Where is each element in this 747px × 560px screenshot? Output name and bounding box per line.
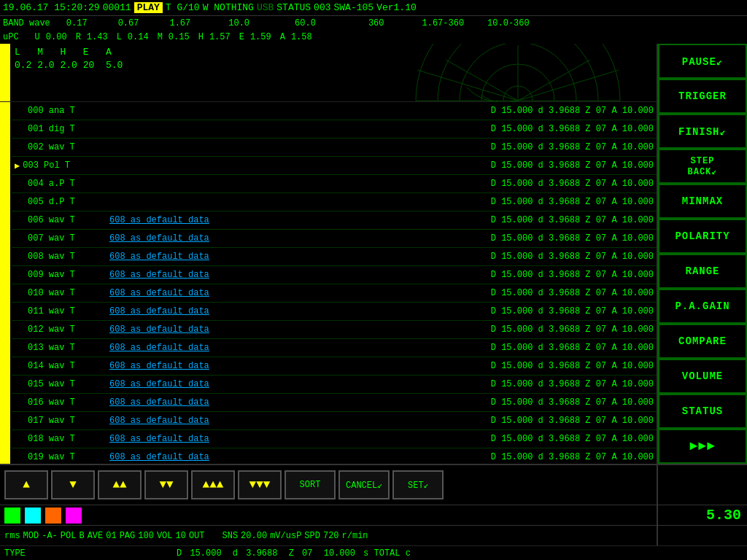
- track-params: D 15.000 d 3.9688 Z 07 A 10.000: [491, 179, 654, 189]
- track-row[interactable]: 009 wav T608 as default dataD 15.000 d 3…: [12, 266, 657, 284]
- track-label: 010 wav T: [28, 288, 75, 298]
- track-yellow-bar: [0, 102, 10, 464]
- lmhea-values: 0.2 2.0 2.0 20 5.0: [15, 60, 123, 71]
- track-params: D 15.000 d 3.9688 Z 07 A 10.000: [491, 197, 654, 207]
- header-tg: T G/10: [166, 2, 200, 13]
- track-extra: 608 as default data: [109, 343, 491, 353]
- track-active-arrow: ▶: [15, 160, 20, 171]
- right-button-panel: PAUSE↙ TRIGGER FINISH↙ STEPBACK↙ MINMAX …: [657, 44, 747, 464]
- pause-button[interactable]: PAUSE↙: [658, 44, 747, 79]
- bottom-right-panel: [657, 526, 747, 545]
- cancel-button[interactable]: CANCEL↙: [338, 470, 390, 499]
- track-params: D 15.000 d 3.9688 Z 07 A 10.000: [491, 215, 654, 225]
- nav-bar: ▲ ▼ ▲▲ ▼▼ ▲▲▲ ▼▼▼ SORT CANCEL↙ SET↙: [0, 464, 747, 505]
- swatch-orange: [45, 508, 61, 524]
- type-status: TYPE D 15.000 d 3.9688 Z 07 10.000 s TOT…: [0, 548, 657, 559]
- track-row[interactable]: 014 wav T608 as default dataD 15.000 d 3…: [12, 357, 657, 376]
- nav-down3-button[interactable]: ▼▼▼: [238, 470, 282, 499]
- range-button[interactable]: RANGE: [658, 254, 747, 289]
- nav-up1-button[interactable]: ▲: [4, 470, 48, 499]
- header-bar: 19.06.17 15:20:29 00011 PLAY T G/10 W NO…: [0, 0, 747, 16]
- swatch-green: [4, 508, 20, 524]
- compare-button[interactable]: COMPARE: [658, 324, 747, 359]
- trigger-button[interactable]: TRIGGER: [658, 79, 747, 114]
- track-label: 009 wav T: [28, 270, 75, 280]
- bandwave-val2: 1.67: [169, 18, 190, 28]
- track-row[interactable]: 008 wav T608 as default dataD 15.000 d 3…: [12, 248, 657, 266]
- type-label: TYPE: [4, 548, 26, 559]
- type-d-label: D: [177, 548, 182, 559]
- track-row[interactable]: 000 ana TD 15.000 d 3.9688 Z 07 A 10.000: [12, 102, 657, 120]
- sort-button[interactable]: SORT: [285, 470, 336, 499]
- track-number: ▶003 Pol T: [15, 160, 109, 171]
- nav-down2-button[interactable]: ▼▼: [144, 470, 188, 499]
- track-extra: 608 as default data: [109, 379, 491, 389]
- set-button[interactable]: SET↙: [392, 470, 444, 499]
- header-id: 00011: [103, 2, 131, 13]
- track-number: 004 a.P T: [15, 179, 109, 189]
- track-number: 013 wav T: [15, 343, 109, 353]
- upc-u-val: 0.00: [46, 32, 67, 42]
- track-row[interactable]: 015 wav T608 as default dataD 15.000 d 3…: [12, 376, 657, 394]
- left-panel: L M H E A 0.2 2.0 2.0 20 5.0: [0, 44, 657, 464]
- track-row[interactable]: 012 wav T608 as default dataD 15.000 d 3…: [12, 321, 657, 339]
- radar-diagram: [394, 44, 642, 102]
- track-number: 015 wav T: [15, 379, 109, 389]
- stepback-button[interactable]: STEPBACK↙: [658, 149, 747, 184]
- finish-button[interactable]: FINISH↙: [658, 114, 747, 149]
- pagain-button[interactable]: P.A.GAIN: [658, 289, 747, 324]
- track-number: 012 wav T: [15, 324, 109, 335]
- track-row[interactable]: 002 wav TD 15.000 d 3.9688 Z 07 A 10.000: [12, 139, 657, 157]
- upc-h-val: 1.57: [209, 32, 231, 42]
- track-row[interactable]: ▶003 Pol TD 15.000 d 3.9688 Z 07 A 10.00…: [12, 157, 657, 175]
- track-row[interactable]: 017 wav T608 as default dataD 15.000 d 3…: [12, 412, 657, 430]
- nav-up3-button[interactable]: ▲▲▲: [191, 470, 235, 499]
- track-row[interactable]: 011 wav T608 as default dataD 15.000 d 3…: [12, 303, 657, 321]
- type-total: 10.000: [324, 548, 355, 559]
- upc-h-key: H: [198, 32, 204, 42]
- minmax-button[interactable]: MINMAX: [658, 184, 747, 219]
- arrows-button[interactable]: ►►►: [658, 429, 747, 464]
- polarity-button[interactable]: POLARITY: [658, 219, 747, 254]
- volume-button[interactable]: VOLUME: [658, 359, 747, 394]
- rms-label: rms: [4, 531, 20, 541]
- track-row[interactable]: 006 wav T608 as default dataD 15.000 d 3…: [12, 211, 657, 230]
- track-number: 007 wav T: [15, 233, 109, 244]
- upc-e-val: 1.59: [250, 32, 271, 42]
- nav-up2-button[interactable]: ▲▲: [98, 470, 142, 499]
- track-row[interactable]: 010 wav T608 as default dataD 15.000 d 3…: [12, 284, 657, 303]
- track-label: 016 wav T: [28, 397, 75, 408]
- track-number: 002 wav T: [15, 142, 109, 152]
- track-number: 001 dig T: [15, 124, 109, 134]
- sns-val: 20.00: [241, 531, 267, 541]
- status-button[interactable]: STATUS: [658, 394, 747, 429]
- track-row[interactable]: 016 wav T608 as default dataD 15.000 d 3…: [12, 394, 657, 412]
- track-label: 000 ana T: [28, 106, 75, 116]
- upc-m-val: 0.15: [169, 32, 190, 42]
- track-params: D 15.000 d 3.9688 Z 07 A 10.000: [491, 160, 654, 171]
- track-label: 005 d.P T: [28, 197, 75, 207]
- track-params: D 15.000 d 3.9688 Z 07 A 10.000: [491, 434, 654, 444]
- upc-m-key: M: [158, 32, 163, 42]
- track-params: D 15.000 d 3.9688 Z 07 A 10.000: [491, 416, 654, 426]
- bandwave-val1: 0.67: [118, 18, 139, 28]
- track-row[interactable]: 004 a.P TD 15.000 d 3.9688 Z 07 A 10.000: [12, 175, 657, 193]
- track-row[interactable]: 007 wav T608 as default dataD 15.000 d 3…: [12, 230, 657, 248]
- bandwave-val5: 360: [368, 18, 384, 28]
- out-label: OUT: [189, 531, 205, 541]
- yellow-sidebar: [0, 44, 10, 101]
- track-row[interactable]: 013 wav T608 as default dataD 15.000 d 3…: [12, 339, 657, 357]
- track-row[interactable]: 019 wav T608 as default dataD 15.000 d 3…: [12, 448, 657, 464]
- nav-down1-button[interactable]: ▼: [51, 470, 95, 499]
- track-row[interactable]: 001 dig TD 15.000 d 3.9688 Z 07 A 10.000: [12, 120, 657, 139]
- track-row[interactable]: 018 wav T608 as default dataD 15.000 d 3…: [12, 430, 657, 448]
- track-extra: 608 as default data: [109, 252, 491, 262]
- track-params: D 15.000 d 3.9688 Z 07 A 10.000: [491, 270, 654, 280]
- track-params: D 15.000 d 3.9688 Z 07 A 10.000: [491, 233, 654, 244]
- bandwave-val4: 60.0: [295, 18, 316, 28]
- type-d-val: 15.000: [190, 548, 221, 559]
- track-row[interactable]: 005 d.P TD 15.000 d 3.9688 Z 07 A 10.000: [12, 193, 657, 211]
- bottom-status-left: rms MOD -A- POL B AVE 01 PAG 100 VOL 10 …: [0, 531, 657, 541]
- mod-label: MOD: [23, 531, 39, 541]
- pag-val: 100: [138, 531, 154, 541]
